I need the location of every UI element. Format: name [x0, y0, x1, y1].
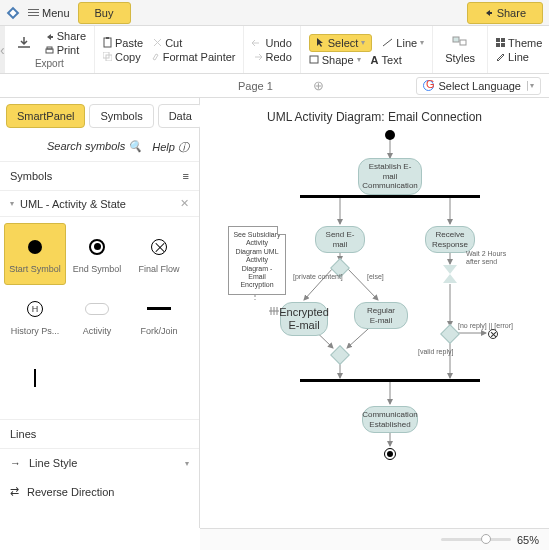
menu-button[interactable]: Menu — [28, 7, 70, 19]
guard-valid: [valid reply] — [418, 348, 453, 355]
paste-label: Paste — [115, 37, 143, 49]
activity-encrypted[interactable]: Encrypted E-mail — [280, 302, 328, 336]
time-event[interactable] — [443, 265, 457, 283]
theme-button[interactable]: Theme — [496, 37, 542, 49]
line-style-label: Line Style — [29, 457, 77, 469]
tab-smartpanel[interactable]: SmartPanel — [6, 104, 85, 128]
undo-label: Undo — [265, 37, 291, 49]
share-icon — [484, 8, 494, 18]
line-tool-label: Line — [396, 37, 417, 49]
start-node[interactable] — [385, 130, 395, 140]
tab-data[interactable]: Data — [158, 104, 203, 128]
app-logo-icon — [6, 6, 20, 20]
lines-section-header[interactable]: Lines — [0, 419, 199, 449]
activity-regular[interactable]: Regular E-mail — [354, 302, 408, 329]
format-painter-button[interactable]: Format Painter — [151, 51, 236, 63]
page-tab[interactable]: Page 1 — [238, 80, 273, 92]
symbol-fork-join[interactable]: Fork/Join — [128, 285, 190, 347]
chevron-down-icon: ▾ — [357, 55, 361, 64]
theme-label: Theme — [508, 37, 542, 49]
merge-1[interactable] — [333, 348, 347, 362]
activity-icon — [85, 303, 109, 315]
line-style-option[interactable]: →Line Style▾ — [0, 449, 199, 477]
join-bar[interactable] — [300, 379, 480, 382]
library-header[interactable]: ▾ UML - Activity & State ✕ — [0, 191, 199, 217]
line2-label: Line — [508, 51, 529, 63]
search-help-row: Search symbols 🔍 Help ⓘ — [0, 134, 199, 161]
copy-label: Copy — [115, 51, 141, 63]
help-link[interactable]: Help ⓘ — [152, 140, 189, 155]
x-circle-icon — [488, 329, 498, 339]
svg-rect-9 — [453, 37, 459, 42]
paste-button[interactable]: Paste — [103, 37, 143, 49]
symbol-start[interactable]: Start Symbol — [4, 223, 66, 285]
export-button[interactable] — [13, 35, 35, 51]
symbol-final-flow[interactable]: Final Flow — [128, 223, 190, 285]
format-painter-label: Format Painter — [163, 51, 236, 63]
wait-label: Wait 2 Hours after send — [466, 250, 516, 265]
language-selector[interactable]: G Select Language │▾ — [416, 77, 541, 95]
activity-comm-est[interactable]: Communication Established — [362, 406, 418, 433]
search-symbols-link[interactable]: Search symbols 🔍 — [47, 140, 142, 155]
line-style-button[interactable]: Line — [496, 51, 542, 63]
lines-section: Lines →Line Style▾ ⇄Reverse Direction — [0, 419, 199, 506]
end-circle-icon — [384, 448, 396, 460]
select-tool-button[interactable]: Select▾ — [309, 34, 373, 52]
symbol-end[interactable]: End Symbol — [66, 223, 128, 285]
end-symbol-icon — [89, 239, 105, 255]
decision-2[interactable] — [443, 327, 457, 341]
symbol-activity[interactable]: Activity — [66, 285, 128, 347]
symbol-label: Fork/Join — [140, 326, 177, 336]
clipboard-group: Paste Cut Copy Format Painter — [95, 26, 244, 73]
start-dot-icon — [385, 130, 395, 140]
final-flow-icon — [151, 239, 167, 255]
slider-thumb[interactable] — [481, 534, 491, 544]
text-icon: A — [371, 54, 379, 66]
text-tool-button[interactable]: AText — [371, 54, 402, 66]
share-label: Share — [497, 7, 526, 19]
history-icon: H — [27, 301, 43, 317]
symbol-extra[interactable] — [4, 347, 66, 409]
cut-button[interactable]: Cut — [153, 37, 182, 49]
canvas[interactable]: UML Activity Diagram: Email Connection — [200, 98, 549, 528]
language-label: Select Language — [438, 80, 521, 92]
share-tool-button[interactable]: Share — [45, 30, 86, 42]
shape-tool-button[interactable]: Shape▾ — [309, 54, 361, 66]
end-node[interactable] — [384, 448, 396, 460]
styles-label: Styles — [445, 52, 475, 64]
theme-group: Theme Line — [488, 26, 549, 73]
fork-bar[interactable] — [300, 195, 480, 198]
google-icon: G — [423, 80, 434, 91]
flow-final[interactable] — [488, 329, 498, 339]
main-area: SmartPanel Symbols Data ✕ Search symbols… — [0, 98, 549, 528]
symbol-history[interactable]: HHistory Ps... — [4, 285, 66, 347]
activity-establish[interactable]: Establish E-mail Communication — [358, 158, 422, 195]
symbols-section-header[interactable]: Symbols ≡ — [0, 161, 199, 191]
symbol-grid: Start Symbol End Symbol Final Flow HHist… — [0, 217, 199, 415]
note-encryption[interactable]: See Subsidiary Activity Diagram UML Acti… — [228, 226, 286, 295]
tab-symbols[interactable]: Symbols — [89, 104, 153, 128]
print-button[interactable]: Print — [45, 44, 86, 56]
swap-icon: ⇄ — [10, 485, 19, 498]
close-library-icon[interactable]: ✕ — [180, 197, 189, 210]
palette-icon — [452, 36, 468, 50]
svg-rect-2 — [46, 49, 53, 53]
activity-send[interactable]: Send E-mail — [315, 226, 365, 253]
buy-button[interactable]: Buy — [78, 2, 131, 24]
undo-button[interactable]: Undo — [252, 37, 291, 49]
zoom-slider[interactable] — [441, 538, 511, 541]
svg-rect-12 — [501, 38, 505, 42]
guard-noreply: [no reply] || [error] — [458, 322, 513, 329]
line-tool-button[interactable]: Line▾ — [382, 37, 424, 49]
page-tab-bar: Page 1 ⊕ G Select Language │▾ — [0, 74, 549, 98]
select-label: Select — [328, 37, 359, 49]
chevron-down-icon: │▾ — [525, 81, 534, 90]
copy-button[interactable]: Copy — [103, 51, 141, 63]
styles-button[interactable]: Styles — [441, 34, 479, 66]
reverse-direction-option[interactable]: ⇄Reverse Direction — [0, 477, 199, 506]
diamond-icon — [440, 324, 460, 344]
share-button[interactable]: Share — [467, 2, 543, 24]
add-page-button[interactable]: ⊕ — [313, 78, 324, 93]
redo-button[interactable]: Redo — [252, 51, 291, 63]
diagram-title: UML Activity Diagram: Email Connection — [200, 98, 549, 130]
